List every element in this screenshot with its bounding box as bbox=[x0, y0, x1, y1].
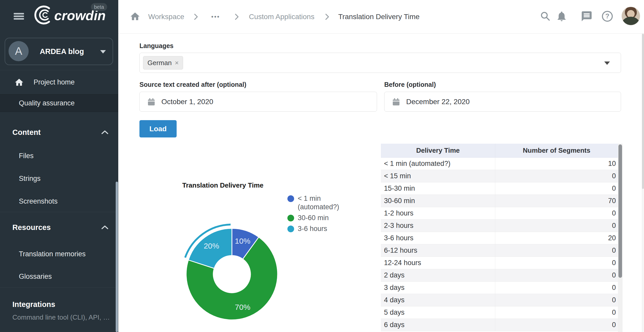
legend-dot-green bbox=[287, 215, 294, 221]
table-header-number-of-segments: Number of Segments bbox=[495, 144, 623, 157]
notifications-bell-icon[interactable] bbox=[556, 10, 568, 22]
table-cell-value: 0 bbox=[495, 220, 623, 232]
calendar-icon bbox=[147, 97, 156, 106]
sidebar-item-glossaries[interactable]: Glossaries bbox=[0, 269, 118, 283]
breadcrumb-home-icon[interactable] bbox=[130, 11, 140, 22]
table-cell-label: 2 days bbox=[381, 269, 495, 281]
divider bbox=[0, 212, 118, 212]
calendar-icon bbox=[392, 97, 400, 106]
breadcrumb-item-current-page: Translation Delivery Time bbox=[338, 0, 420, 34]
sidebar-section-resources[interactable]: Resources bbox=[0, 220, 118, 235]
load-button[interactable]: Load bbox=[139, 120, 177, 137]
language-tag-german[interactable]: German × bbox=[143, 56, 183, 70]
delivery-time-table: Delivery Time Number of Segments < 1 min… bbox=[381, 144, 623, 332]
page-scrollbar-thumb[interactable] bbox=[642, 34, 644, 189]
project-name: ARDEA blog bbox=[40, 38, 84, 65]
table-row[interactable]: 4 days 0 bbox=[381, 294, 623, 306]
chevron-right-icon bbox=[234, 12, 239, 21]
after-date-label: Source text created after (optional) bbox=[139, 81, 246, 88]
select-caret-down-icon bbox=[604, 61, 610, 65]
table-row[interactable]: 3 days 0 bbox=[381, 282, 623, 294]
legend-item[interactable]: 3-6 hours bbox=[287, 225, 339, 233]
legend-item[interactable]: < 1 min(automated?) bbox=[287, 194, 339, 211]
table-row[interactable]: 12-24 hours 0 bbox=[381, 257, 623, 269]
table-cell-label: < 15 min bbox=[381, 170, 495, 182]
table-cell-value: 0 bbox=[495, 170, 623, 182]
table-header: Delivery Time Number of Segments bbox=[381, 144, 623, 158]
table-row[interactable]: 2-3 hours 0 bbox=[381, 220, 623, 232]
divider bbox=[0, 287, 118, 288]
table-cell-label: 5 days bbox=[381, 306, 495, 319]
table-cell-value: 0 bbox=[495, 269, 623, 281]
messages-chat-icon[interactable] bbox=[581, 10, 593, 22]
after-date-input[interactable]: October 1, 2020 bbox=[139, 92, 377, 112]
breadcrumb-item-custom-applications[interactable]: Custom Applications bbox=[249, 0, 315, 34]
main-content: Languages German × Source text created a… bbox=[118, 34, 644, 332]
table-scrollbar-thumb[interactable] bbox=[618, 144, 622, 278]
pie-slice-label: 20% bbox=[204, 242, 219, 250]
table-row[interactable]: 1-2 hours 0 bbox=[381, 207, 623, 220]
sidebar-item-screenshots[interactable]: Screenshots bbox=[0, 194, 118, 208]
sidebar-section-integrations[interactable]: Integrations bbox=[0, 297, 118, 312]
table-row[interactable]: 6 days 0 bbox=[381, 319, 623, 331]
table-cell-label: 1-2 hours bbox=[381, 207, 495, 219]
legend-dot-blue bbox=[287, 195, 294, 202]
table-cell-label: 12-24 hours bbox=[381, 257, 495, 269]
table-cell-label: < 1 min (automated?) bbox=[381, 158, 495, 170]
sidebar-item-strings[interactable]: Strings bbox=[0, 172, 118, 186]
table-cell-value: 10 bbox=[495, 158, 623, 170]
legend-item[interactable]: 30-60 min bbox=[287, 214, 339, 222]
after-date-value: October 1, 2020 bbox=[161, 98, 213, 106]
table-row[interactable]: < 1 min (automated?) 10 bbox=[381, 158, 623, 170]
table-cell-label: 6-12 hours bbox=[381, 244, 495, 257]
page-scrollbar-track[interactable] bbox=[642, 34, 644, 332]
sidebar-scrollbar[interactable] bbox=[116, 182, 118, 332]
languages-label: Languages bbox=[139, 42, 174, 50]
sidebar-section-content[interactable]: Content bbox=[0, 125, 118, 140]
language-tag-label: German bbox=[147, 59, 172, 67]
table-cell-value: 0 bbox=[495, 207, 623, 219]
table-row[interactable]: < 15 min 0 bbox=[381, 170, 623, 182]
search-icon[interactable] bbox=[539, 10, 551, 22]
donut-chart[interactable]: 10%70%20% bbox=[180, 222, 284, 326]
table-cell-value: 20 bbox=[495, 232, 623, 244]
sidebar-integrations-subtitle: Command line tool (CLI), API, … bbox=[0, 311, 118, 324]
svg-text:?: ? bbox=[605, 12, 609, 20]
sidebar-item-files[interactable]: Files bbox=[0, 149, 118, 163]
pie-slice-label: 70% bbox=[235, 303, 250, 311]
chevron-right-icon bbox=[325, 12, 329, 21]
table-cell-label: 15-30 min bbox=[381, 182, 495, 195]
chart-legend: < 1 min(automated?) 30-60 min 3-6 hours bbox=[287, 194, 339, 233]
table-row[interactable]: 5 days 0 bbox=[381, 306, 623, 319]
project-selector[interactable]: A ARDEA blog bbox=[5, 38, 113, 65]
table-cell-value: 0 bbox=[495, 257, 623, 269]
table-row[interactable]: 3-6 hours 20 bbox=[381, 232, 623, 244]
breadcrumb-item-ellipsis[interactable]: ••• bbox=[211, 0, 220, 34]
chart-title: Translation Delivery Time bbox=[145, 181, 300, 189]
user-avatar[interactable] bbox=[622, 7, 640, 25]
table-cell-value: 70 bbox=[495, 195, 623, 207]
table-cell-value: 0 bbox=[495, 306, 623, 319]
languages-select[interactable]: German × bbox=[139, 53, 621, 73]
table-body: < 1 min (automated?) 10 < 15 min 0 15-30… bbox=[381, 158, 623, 331]
legend-label: 3-6 hours bbox=[298, 225, 327, 233]
hamburger-menu-icon[interactable] bbox=[14, 13, 24, 20]
table-cell-label: 2-3 hours bbox=[381, 220, 495, 232]
table-cell-value: 0 bbox=[495, 294, 623, 306]
table-row[interactable]: 15-30 min 0 bbox=[381, 182, 623, 195]
table-row[interactable]: 30-60 min 70 bbox=[381, 195, 623, 207]
before-date-input[interactable]: December 22, 2020 bbox=[384, 92, 621, 112]
table-cell-label: 3-6 hours bbox=[381, 232, 495, 244]
legend-dot-teal bbox=[287, 226, 294, 232]
help-icon[interactable]: ? bbox=[601, 10, 613, 22]
remove-tag-icon[interactable]: × bbox=[175, 59, 179, 67]
sidebar-item-quality-assurance[interactable]: Quality assurance bbox=[0, 94, 118, 112]
sidebar-item-translation-memories[interactable]: Translation memories bbox=[0, 247, 118, 261]
sidebar-item-project-home[interactable]: Project home bbox=[0, 70, 118, 94]
breadcrumb-item-workspace[interactable]: Workspace bbox=[148, 0, 184, 34]
table-row[interactable]: 2 days 0 bbox=[381, 269, 623, 282]
chevron-right-icon bbox=[194, 12, 198, 21]
table-cell-label: 30-60 min bbox=[381, 195, 495, 207]
beta-badge: beta bbox=[91, 3, 107, 11]
table-row[interactable]: 6-12 hours 0 bbox=[381, 244, 623, 257]
